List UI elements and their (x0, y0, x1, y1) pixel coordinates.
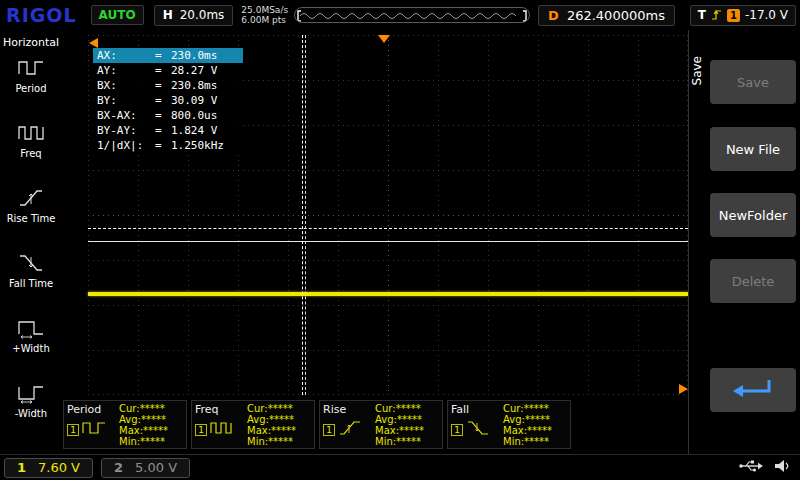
measurement-cur: Cur:***** (119, 403, 183, 414)
sidebar-item-fall-time[interactable]: Fall Time (0, 251, 62, 289)
cursor-ay-line[interactable] (88, 228, 688, 229)
rigol-logo: RIGOL (6, 4, 77, 26)
sidebar-item-period[interactable]: Period (0, 56, 62, 94)
sidebar-item-neg-width[interactable]: -Width (0, 381, 62, 419)
sidebar-item-label: -Width (0, 408, 62, 419)
measurement-max: Max:***** (375, 425, 439, 436)
oscilloscope-screen: RIGOL AUTO H 20.0ms 25.0MSa/s 6.00M pts … (0, 0, 800, 480)
cursor-value: 30.09 V (171, 93, 217, 108)
cursor-label: BX: (97, 78, 155, 93)
measure-sidebar: Horizontal Period Freq Rise Time Fall Ti… (0, 30, 62, 454)
rise-time-icon (0, 186, 62, 212)
measurement-panel-period: Period 1 Cur:***** Avg:***** Max:***** M… (63, 400, 187, 449)
cursor-label: BY-AY: (97, 123, 155, 138)
equals-sign: = (155, 123, 171, 138)
sample-rate: 25.0MSa/s (241, 5, 288, 15)
measurement-min: Min:***** (503, 436, 567, 447)
cursor-value: 230.0ms (171, 48, 217, 63)
channel1-waveform-trace (88, 292, 688, 296)
new-folder-button[interactable]: NewFolder (710, 193, 796, 237)
measurement-max: Max:***** (503, 425, 567, 436)
channel-number: 1 (17, 460, 26, 475)
measurement-values: Cur:***** Avg:***** Max:***** Min:***** (375, 403, 439, 446)
sidebar-item-pos-width[interactable]: +Width (0, 316, 62, 354)
equals-sign: = (155, 63, 171, 78)
sidebar-item-freq[interactable]: Freq (0, 121, 62, 159)
freq-icon (0, 121, 62, 147)
back-enter-button[interactable] (710, 368, 796, 412)
equals-sign: = (155, 78, 171, 93)
equals-sign: = (155, 138, 171, 153)
new-file-button[interactable]: New File (710, 127, 796, 171)
period-waveform-icon (82, 420, 106, 440)
softkey-menu: Save Save New File NewFolder Delete (688, 30, 800, 454)
cursor-row-ay: AY: = 28.27 V (93, 63, 243, 78)
cursor-row-bx: BX: = 230.8ms (93, 78, 243, 93)
measurement-min: Min:***** (375, 436, 439, 447)
top-status-bar: RIGOL AUTO H 20.0ms 25.0MSa/s 6.00M pts … (0, 0, 800, 30)
status-icons (738, 458, 792, 478)
waveform-display-area: AX: = 230.0ms AY: = 28.27 V BX: = 230.8m… (88, 35, 688, 395)
cursor-by-line[interactable] (88, 241, 688, 242)
sidebar-item-rise-time[interactable]: Rise Time (0, 186, 62, 224)
measurement-values: Cur:***** Avg:***** Max:***** Min:***** (503, 403, 567, 446)
channel1-status[interactable]: 1 7.60 V (4, 458, 93, 478)
measurement-name: Rise (323, 403, 375, 416)
acquisition-info: 25.0MSa/s 6.00M pts (241, 5, 288, 25)
equals-sign: = (155, 48, 171, 63)
channel-number: 2 (114, 460, 123, 475)
sidebar-item-label: +Width (0, 343, 62, 354)
minus-width-icon (0, 381, 62, 407)
channel-badge: 1 (67, 424, 79, 436)
cursor-label: BY: (97, 93, 155, 108)
measurement-avg: Avg:***** (375, 414, 439, 425)
cursor-value: 1.824 V (171, 123, 217, 138)
return-arrow-icon (730, 376, 776, 405)
measurement-values: Cur:***** Avg:***** Max:***** Min:***** (247, 403, 311, 446)
trigger-status-box: T 1 -17.0 V (690, 5, 796, 26)
measurement-cur: Cur:***** (375, 403, 439, 414)
cursor-row-by-ay: BY-AY: = 1.824 V (93, 123, 243, 138)
cursor-ax-line[interactable] (302, 35, 303, 395)
measurement-min: Min:***** (247, 436, 311, 447)
channel2-status[interactable]: 2 5.00 V (101, 458, 190, 478)
equals-sign: = (155, 93, 171, 108)
delay-label: D (548, 8, 559, 23)
delete-button[interactable]: Delete (710, 259, 796, 303)
sidebar-item-label: Rise Time (0, 213, 62, 224)
speaker-icon (774, 458, 792, 478)
save-button[interactable]: Save (710, 60, 796, 104)
horizontal-timebase-box: H 20.0ms (154, 5, 234, 26)
cursor-readout-panel: AX: = 230.0ms AY: = 28.27 V BX: = 230.8m… (93, 48, 243, 153)
cursor-bx-line[interactable] (305, 35, 306, 395)
delay-value: 262.400000ms (567, 8, 665, 23)
sidebar-item-label: Period (0, 83, 62, 94)
plus-width-icon (0, 316, 62, 342)
delay-reference-marker (679, 384, 688, 394)
cursor-row-ax: AX: = 230.0ms (93, 48, 243, 63)
cursor-row-by: BY: = 30.09 V (93, 93, 243, 108)
measurement-panel-fall: Fall 1 Cur:***** Avg:***** Max:***** Min… (447, 400, 571, 449)
equals-sign: = (155, 108, 171, 123)
menu-title-tab: Save (690, 56, 704, 85)
measurement-avg: Avg:***** (119, 414, 183, 425)
channel-scale: 7.60 V (38, 460, 80, 475)
trigger-label: T (698, 8, 706, 22)
waveform-overview-strip (294, 7, 530, 23)
cursor-label: 1/|dX|: (97, 138, 155, 153)
cursor-label: AY: (97, 63, 155, 78)
freq-waveform-icon (210, 420, 234, 440)
cursor-value: 28.27 V (171, 63, 217, 78)
timebase-value: 20.0ms (180, 8, 225, 22)
sidebar-title: Horizontal (0, 36, 62, 49)
sidebar-item-label: Freq (0, 148, 62, 159)
channel-scale: 5.00 V (135, 460, 177, 475)
usb-icon (738, 458, 764, 478)
measurement-avg: Avg:***** (503, 414, 567, 425)
channel-badge: 1 (195, 424, 207, 436)
channel-badge: 1 (451, 424, 463, 436)
fall-waveform-icon (466, 420, 490, 440)
trigger-delay-box: D 262.400000ms (538, 5, 675, 26)
trigger-position-marker[interactable] (378, 35, 390, 43)
period-icon (0, 56, 62, 82)
